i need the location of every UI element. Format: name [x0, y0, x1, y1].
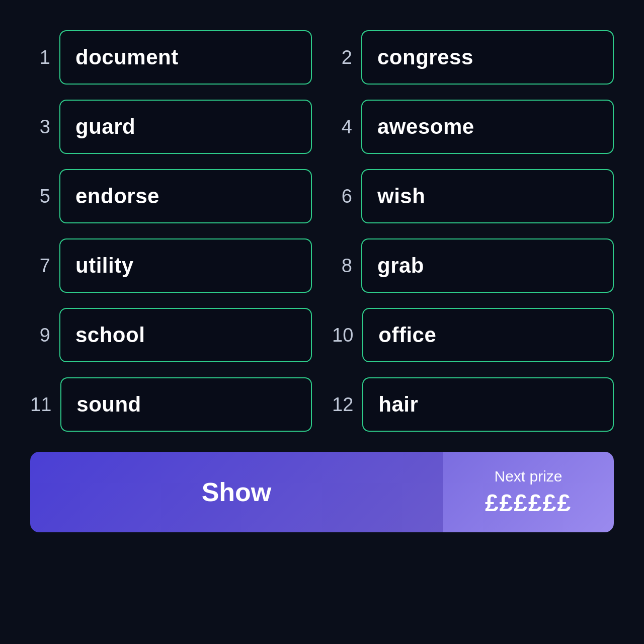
word-text-2: congress: [377, 45, 473, 69]
grid-item-5: 5endorse: [30, 169, 312, 223]
grid-item-7: 7utility: [30, 238, 312, 293]
item-number-9: 9: [30, 325, 50, 346]
word-box-12[interactable]: hair: [362, 377, 614, 432]
grid-item-12: 12hair: [332, 377, 614, 432]
word-box-8[interactable]: grab: [361, 238, 614, 293]
next-prize-value: ££££££: [485, 489, 572, 517]
word-box-3[interactable]: guard: [59, 100, 312, 154]
item-number-7: 7: [30, 255, 50, 277]
word-box-4[interactable]: awesome: [361, 100, 614, 154]
grid-item-9: 9school: [30, 308, 312, 362]
item-number-6: 6: [332, 186, 352, 207]
word-text-10: office: [378, 323, 436, 347]
word-box-6[interactable]: wish: [361, 169, 614, 223]
next-prize-label: Next prize: [494, 468, 562, 485]
bottom-bar: Show Next prize ££££££: [30, 452, 614, 532]
word-grid: 1document2congress3guard4awesome5endorse…: [30, 30, 614, 432]
word-box-10[interactable]: office: [362, 308, 614, 362]
word-box-2[interactable]: congress: [361, 30, 614, 85]
word-text-1: document: [75, 45, 179, 69]
word-text-12: hair: [378, 392, 418, 417]
word-box-9[interactable]: school: [59, 308, 312, 362]
grid-item-8: 8grab: [332, 238, 614, 293]
item-number-11: 11: [30, 394, 51, 416]
item-number-3: 3: [30, 116, 50, 138]
word-text-11: sound: [76, 392, 141, 417]
item-number-1: 1: [30, 47, 50, 68]
show-button[interactable]: Show: [30, 452, 443, 532]
show-button-label: Show: [202, 477, 272, 507]
word-text-9: school: [75, 323, 145, 347]
item-number-12: 12: [332, 394, 353, 416]
grid-item-4: 4awesome: [332, 100, 614, 154]
word-box-5[interactable]: endorse: [59, 169, 312, 223]
word-box-1[interactable]: document: [59, 30, 312, 85]
item-number-2: 2: [332, 47, 352, 68]
grid-item-6: 6wish: [332, 169, 614, 223]
grid-item-1: 1document: [30, 30, 312, 85]
word-text-6: wish: [377, 184, 425, 208]
grid-item-2: 2congress: [332, 30, 614, 85]
word-box-11[interactable]: sound: [60, 377, 312, 432]
word-text-8: grab: [377, 254, 424, 278]
word-box-7[interactable]: utility: [59, 238, 312, 293]
grid-item-11: 11sound: [30, 377, 312, 432]
word-text-7: utility: [75, 254, 134, 278]
item-number-10: 10: [332, 325, 353, 346]
item-number-4: 4: [332, 116, 352, 138]
item-number-5: 5: [30, 186, 50, 207]
item-number-8: 8: [332, 255, 352, 277]
next-prize-box: Next prize ££££££: [443, 452, 614, 532]
word-text-4: awesome: [377, 115, 474, 139]
grid-item-10: 10office: [332, 308, 614, 362]
grid-item-3: 3guard: [30, 100, 312, 154]
word-text-3: guard: [75, 115, 135, 139]
word-text-5: endorse: [75, 184, 159, 208]
